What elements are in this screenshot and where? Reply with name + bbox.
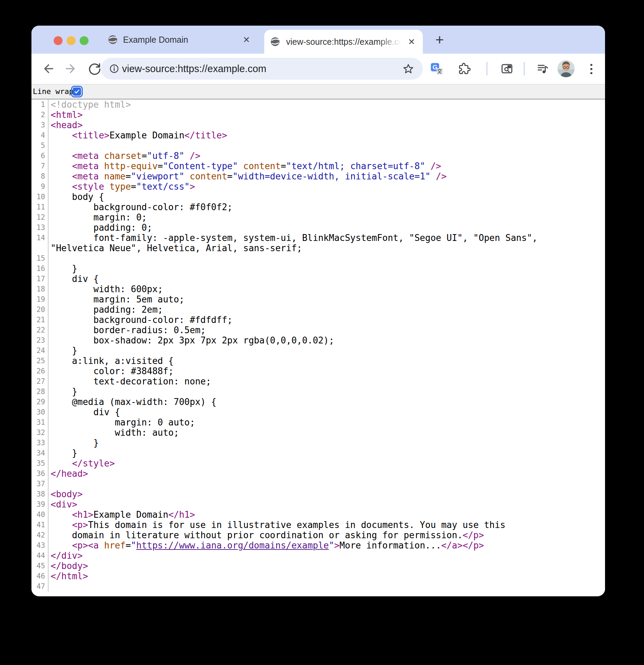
line-number: 35	[31, 458, 49, 469]
code-text: <div>	[49, 499, 77, 510]
code-text: domain in literature without prior coord…	[49, 530, 484, 540]
line-number: 34	[31, 448, 49, 458]
line-number: 30	[31, 407, 49, 417]
code-line: 31 margin: 0 auto;	[31, 417, 605, 428]
code-line: 18 width: 600px;	[31, 284, 605, 294]
code-text	[49, 479, 51, 489]
code-text: width: auto;	[49, 428, 179, 438]
line-wrap-label: Line wrap	[33, 84, 73, 99]
translate-icon[interactable]: G	[430, 62, 444, 76]
line-number: 38	[31, 489, 49, 499]
forward-button[interactable]	[65, 63, 77, 75]
code-text: margin: 0 auto;	[49, 417, 195, 428]
line-number: 3	[31, 120, 49, 130]
avatar-image	[558, 60, 575, 77]
menu-three-dots-icon[interactable]	[587, 62, 595, 76]
code-line: 40 <h1>Example Domain</h1>	[31, 510, 605, 520]
code-text: <!doctype html>	[49, 99, 131, 110]
source-code: 1<!doctype html>2<html>3<head>4 <title>E…	[31, 99, 605, 592]
close-tab-icon[interactable]: ✕	[241, 34, 252, 45]
line-number: 33	[31, 438, 49, 448]
line-number: 26	[31, 366, 49, 376]
code-line: 30 div {	[31, 407, 605, 417]
line-number: 42	[31, 530, 49, 540]
line-number: 46	[31, 571, 49, 581]
line-number: 9	[31, 181, 49, 192]
code-text: }	[49, 386, 77, 397]
line-number: 19	[31, 294, 49, 304]
code-line: 37	[31, 479, 605, 489]
line-number: 40	[31, 510, 49, 520]
code-text: margin: 5em auto;	[49, 294, 184, 304]
line-number: 29	[31, 397, 49, 407]
code-line: 43 <p><a href="https://www.iana.org/doma…	[31, 540, 605, 551]
bookmark-star-icon[interactable]	[403, 63, 414, 74]
code-line: 45</body>	[31, 561, 605, 571]
line-number: 41	[31, 520, 49, 530]
source-hyperlink[interactable]: https://www.iana.org/domains/example	[136, 540, 329, 551]
line-number: 21	[31, 315, 49, 325]
code-text: padding: 2em;	[49, 304, 163, 315]
profile-avatar[interactable]	[558, 60, 575, 77]
extensions-puzzle-icon[interactable]	[459, 63, 471, 75]
line-number: 6	[31, 151, 49, 161]
zoom-window-button[interactable]	[80, 36, 89, 45]
side-panel-search-icon[interactable]	[501, 63, 513, 75]
url-bar[interactable]: view-source:https://example.com	[101, 58, 423, 80]
line-number: 23	[31, 335, 49, 345]
checkmark-icon	[74, 89, 80, 95]
new-tab-button[interactable]: +	[432, 32, 447, 48]
reload-button[interactable]	[89, 63, 101, 75]
line-number: 31	[31, 417, 49, 428]
line-number: 17	[31, 274, 49, 284]
code-text: <h1>Example Domain</h1>	[49, 510, 195, 520]
close-tab-icon[interactable]: ✕	[406, 36, 417, 48]
code-line: 13 padding: 0;	[31, 222, 605, 233]
code-text: body {	[49, 192, 104, 202]
back-button[interactable]	[42, 63, 54, 75]
code-line: 26 color: #38488f;	[31, 366, 605, 376]
code-text: <meta charset="utf-8" />	[49, 151, 200, 161]
code-text: a:link, a:visited {	[49, 356, 174, 366]
code-line: 22 border-radius: 0.5em;	[31, 325, 605, 335]
toolbar-separator	[524, 62, 525, 76]
line-number: 16	[31, 263, 49, 274]
code-text: <meta http-equiv="Content-type" content=…	[49, 161, 441, 171]
close-window-button[interactable]	[54, 36, 63, 45]
code-line: 5	[31, 140, 605, 151]
code-line: 39<div>	[31, 499, 605, 510]
code-line: 14 font-family: -apple-system, system-ui…	[31, 233, 605, 243]
minimize-window-button[interactable]	[67, 36, 76, 45]
code-line: 21 background-color: #fdfdff;	[31, 315, 605, 325]
code-line: 11 background-color: #f0f0f2;	[31, 202, 605, 212]
code-line: 36</head>	[31, 469, 605, 479]
tab-example-domain[interactable]: Example Domain	[123, 26, 188, 54]
code-line: 32 width: auto;	[31, 428, 605, 438]
line-number: 7	[31, 161, 49, 171]
code-text: <head>	[49, 120, 83, 130]
code-text: border-radius: 0.5em;	[49, 325, 206, 335]
media-controls-icon[interactable]	[537, 63, 549, 75]
line-number: 44	[31, 551, 49, 561]
url-text[interactable]: view-source:https://example.com	[122, 58, 266, 80]
code-line: 35 </style>	[31, 458, 605, 469]
code-text: @media (max-width: 700px) {	[49, 397, 216, 407]
code-line: "Helvetica Neue", Helvetica, Arial, sans…	[31, 243, 605, 253]
active-tab-title-wrap: view-source:https://example.com	[286, 30, 405, 54]
code-text	[49, 581, 51, 592]
info-icon[interactable]	[109, 64, 119, 74]
code-line: 44</div>	[31, 551, 605, 561]
code-text: font-family: -apple-system, system-ui, B…	[49, 233, 537, 243]
line-wrap-checkbox[interactable]	[71, 86, 83, 97]
tab-view-source[interactable]: view-source:https://example.com ✕	[264, 30, 423, 54]
code-line: 38<body>	[31, 489, 605, 499]
code-text: <body>	[49, 489, 83, 499]
line-wrap-bar: Line wrap	[31, 84, 605, 99]
code-text: </div>	[49, 551, 83, 561]
code-text: <meta name="viewport" content="width=dev…	[49, 171, 446, 181]
line-number: 13	[31, 222, 49, 233]
code-line: 9 <style type="text/css">	[31, 181, 605, 192]
line-number: 43	[31, 540, 49, 551]
code-line: 8 <meta name="viewport" content="width=d…	[31, 171, 605, 181]
code-line: 3<head>	[31, 120, 605, 130]
